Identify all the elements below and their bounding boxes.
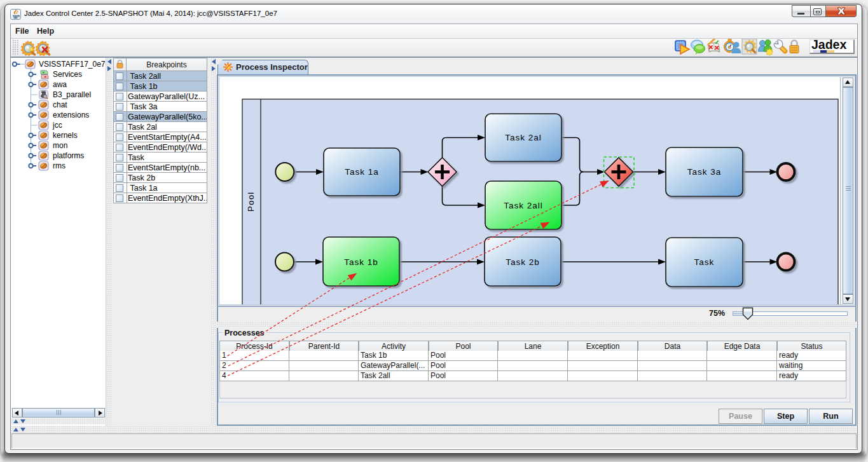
- svg-text:Task 3a: Task 3a: [687, 167, 722, 177]
- svg-text:Task 2al: Task 2al: [505, 133, 542, 142]
- svg-text:Task 2all: Task 2all: [504, 201, 543, 210]
- svg-text:Task 1b: Task 1b: [344, 257, 378, 267]
- svg-text:Pool: Pool: [246, 191, 256, 212]
- svg-text:Task 2b: Task 2b: [506, 257, 540, 267]
- svg-text:Task 1a: Task 1a: [345, 167, 379, 177]
- svg-text:Task: Task: [694, 257, 715, 267]
